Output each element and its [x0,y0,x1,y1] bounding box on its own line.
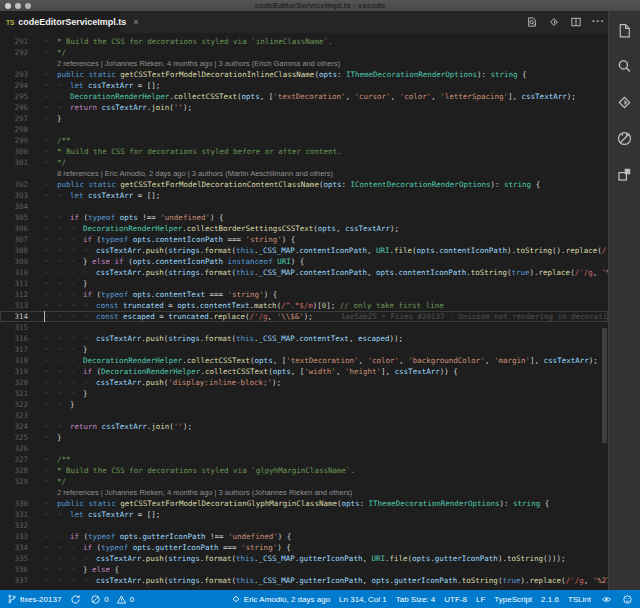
code-line-323[interactable]: 323 [0,410,608,421]
line-number[interactable]: 301 [0,157,28,168]
code-line-307[interactable]: 307→→→if (typeof opts.contentIconPath ==… [0,234,608,245]
split-editor-icon[interactable] [570,16,582,28]
line-number[interactable]: 331 [0,509,28,520]
line-number[interactable]: 337 [0,575,28,586]
cursor-position[interactable]: Ln 314, Col 1 [339,595,387,604]
linter-indicator[interactable]: TSLint [568,595,591,604]
line-number[interactable]: 320 [0,377,28,388]
code-line-300[interactable]: 300→* Build the CSS for decorations styl… [0,146,608,157]
code-editor[interactable]: 291→* Build the CSS for decorations styl… [0,33,608,590]
line-number[interactable]: 302 [0,179,28,190]
close-tab-icon[interactable]: × [133,17,138,27]
code-line-313[interactable]: 313→→→→const truncated = opts.contentTex… [0,300,608,311]
gitlens-blame-status[interactable]: Eric Amodio, 2 days ago [231,594,330,604]
code-line-327[interactable]: 327→/** [0,454,608,465]
code-line-295[interactable]: 295→→DecorationRenderHelper.collectCSSTe… [0,91,608,102]
close-window-icon[interactable] [5,3,11,9]
scrollbar[interactable] [602,328,607,443]
line-number[interactable]: 329 [0,476,28,487]
code-line-314[interactable]: 314→→→→const escaped = truncated.replace… [0,311,608,322]
line-number[interactable]: 310 [0,267,28,278]
code-line-337[interactable]: 337→→→→cssTextArr.push(strings.format(th… [0,575,608,586]
code-line-308[interactable]: 308→→→→cssTextArr.push(strings.format(th… [0,245,608,256]
line-number[interactable]: 294 [0,80,28,91]
code-line-291[interactable]: 291→* Build the CSS for decorations styl… [0,36,608,47]
line-number[interactable]: 312 [0,289,28,300]
branch-indicator[interactable]: fixes-20137 [7,593,61,605]
code-line-334[interactable]: 334→→→if (typeof opts.gutterIconPath ===… [0,542,608,553]
line-number[interactable]: 330 [0,498,28,509]
encoding-indicator[interactable]: UTF-8 [444,595,467,604]
typescript-version[interactable]: 2.1.6 [541,595,559,604]
code-line-318[interactable]: 318→→→DecorationRenderHelper.collectCSST… [0,355,608,366]
line-number[interactable]: 311 [0,278,28,289]
line-number[interactable]: 295 [0,91,28,102]
line-number[interactable]: 291 [0,36,28,47]
line-number[interactable]: 333 [0,531,28,542]
code-line-297[interactable]: 297→} [0,113,608,124]
line-number[interactable]: 335 [0,553,28,564]
code-line-321[interactable]: 321→→→} [0,388,608,399]
code-line-305[interactable]: 305→→if (typeof opts !== 'undefined') { [0,212,608,223]
code-line-331[interactable]: 331→→let cssTextArr = []; [0,509,608,520]
search-icon[interactable] [613,54,637,78]
eol-indicator[interactable]: LF [476,595,485,604]
code-line-325[interactable]: 325→} [0,432,608,443]
problems-indicator[interactable]: 0 0 [90,594,134,605]
sync-button[interactable] [70,594,81,605]
maximize-window-icon[interactable] [25,3,31,9]
line-number[interactable]: 332 [0,520,28,531]
line-number[interactable]: 304 [0,201,28,212]
code-line-328[interactable]: 328→* Build the CSS for decorations styl… [0,465,608,476]
code-line-292[interactable]: 292→*/ [0,47,608,58]
gitlens-icon[interactable] [613,90,637,114]
gitlens-diamond-icon[interactable] [548,16,560,28]
line-number[interactable]: 296 [0,102,28,113]
line-number[interactable]: 318 [0,355,28,366]
code-line-299[interactable]: 299→/** [0,135,608,146]
line-number[interactable]: 321 [0,388,28,399]
code-line-319[interactable]: 319→→→if (DecorationRenderHelper.collect… [0,366,608,377]
code-line-306[interactable]: 306→→→DecorationRenderHelper.collectBord… [0,223,608,234]
line-number[interactable]: 309 [0,256,28,267]
files-icon[interactable] [613,18,637,42]
eye-toggle[interactable] [600,594,613,605]
line-number[interactable]: 305 [0,212,28,223]
tab-codeeditorserviceimpl[interactable]: TS codeEditorServiceImpl.ts × [0,11,120,33]
code-line-317[interactable]: 317→→→} [0,344,608,355]
code-line-301[interactable]: 301→*/ [0,157,608,168]
line-number[interactable]: 292 [0,47,28,58]
codelens-row[interactable]: 2 references | Johannes Rieken, 4 months… [0,58,608,69]
line-number[interactable]: 326 [0,443,28,454]
code-line-302[interactable]: 302→public static getCSSTextForModelDeco… [0,179,608,190]
extensions-icon[interactable] [613,162,637,186]
code-line-304[interactable]: 304 [0,201,608,212]
code-line-336[interactable]: 336→→→} else { [0,564,608,575]
code-line-329[interactable]: 329→*/ [0,476,608,487]
code-line-311[interactable]: 311→→→} [0,278,608,289]
line-number[interactable]: 327 [0,454,28,465]
line-number[interactable]: 336 [0,564,28,575]
code-line-303[interactable]: 303→→let cssTextArr = []; [0,190,608,201]
code-line-332[interactable]: 332 [0,520,608,531]
line-number[interactable]: 315 [0,322,28,333]
code-line-309[interactable]: 309→→→} else if (opts.contentIconPath in… [0,256,608,267]
codelens-row[interactable]: 2 references | Johannes Rieken, 4 months… [0,487,608,498]
line-number[interactable]: 319 [0,366,28,377]
code-line-316[interactable]: 316→→→→cssTextArr.push(strings.format(th… [0,333,608,344]
line-number[interactable]: 307 [0,234,28,245]
line-number[interactable]: 322 [0,399,28,410]
line-number[interactable]: 308 [0,245,28,256]
line-number[interactable]: 303 [0,190,28,201]
code-line-298[interactable]: 298 [0,124,608,135]
line-number[interactable]: 299 [0,135,28,146]
code-line-335[interactable]: 335→→→→cssTextArr.push(strings.format(th… [0,553,608,564]
code-line-326[interactable]: 326 [0,443,608,454]
code-line-322[interactable]: 322→→} [0,399,608,410]
language-indicator[interactable]: TypeScript [494,595,532,604]
line-number[interactable]: 323 [0,410,28,421]
minimize-window-icon[interactable] [15,3,21,9]
code-line-312[interactable]: 312→→→if (typeof opts.contentText === 's… [0,289,608,300]
feedback-button[interactable] [622,594,633,605]
line-number[interactable]: 316 [0,333,28,344]
